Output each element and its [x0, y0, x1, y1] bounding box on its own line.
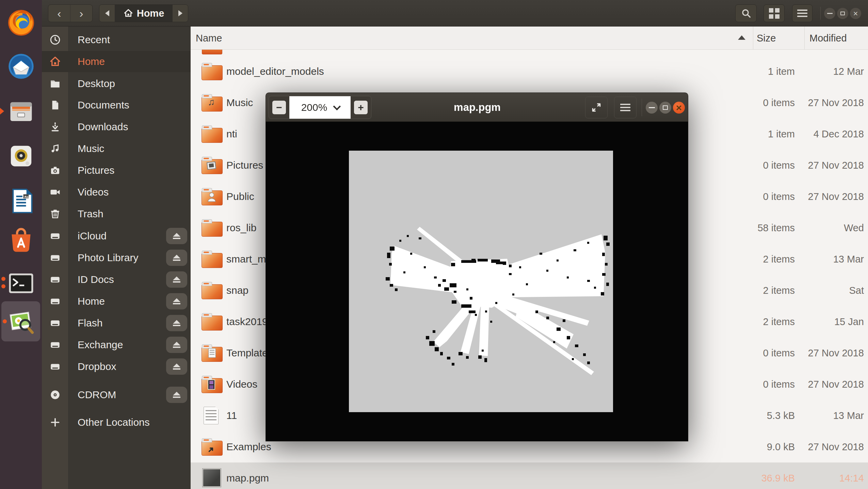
- menu-button[interactable]: [792, 4, 813, 22]
- file-modified: 27 Nov 2018: [808, 348, 864, 359]
- sidebar-item-documents[interactable]: Documents: [42, 95, 191, 116]
- file-name: Music: [226, 97, 253, 108]
- folder-icon: [202, 125, 223, 143]
- map-pgm-image: [349, 151, 613, 412]
- sidebar-item-trash[interactable]: Trash: [42, 203, 191, 224]
- eject-button[interactable]: [166, 315, 187, 331]
- drive-icon: [49, 274, 61, 285]
- file-size: 2 items: [763, 254, 795, 265]
- film-emblem-icon: [208, 380, 215, 390]
- breadcrumb-prev-button[interactable]: [99, 5, 115, 22]
- search-button[interactable]: [735, 4, 757, 22]
- dock-item-ubuntu-software[interactable]: [0, 220, 42, 260]
- drive-icon: [49, 361, 61, 372]
- viewer-menu-button[interactable]: [614, 97, 637, 118]
- headerbar-separator: [820, 7, 821, 20]
- sidebar-item-videos[interactable]: Videos: [42, 182, 191, 203]
- viewer-content: [266, 122, 688, 441]
- breadcrumb-home-button[interactable]: Home: [115, 5, 173, 22]
- sidebar-item-label: Videos: [78, 186, 109, 198]
- sidebar-item-icloud[interactable]: iCloud: [42, 225, 191, 247]
- eject-button[interactable]: [166, 250, 187, 266]
- folder-icon: [202, 63, 223, 80]
- viewer-titlebar[interactable]: − 200% + map.pgm ×: [266, 92, 688, 122]
- sidebar-item-recent[interactable]: Recent: [42, 29, 191, 50]
- file-name: snap: [226, 285, 248, 296]
- sidebar-item-label: Downloads: [78, 121, 128, 133]
- sidebar-item-photo-library[interactable]: Photo Library: [42, 247, 191, 268]
- drive-icon: [49, 252, 61, 264]
- dock-item-thunderbird[interactable]: [0, 46, 42, 86]
- minus-icon: −: [272, 101, 286, 114]
- eject-button[interactable]: [166, 271, 187, 288]
- list-header: Name Size Modified: [191, 27, 868, 50]
- sidebar-item-label: Dropbox: [78, 361, 116, 372]
- home-icon: [49, 56, 61, 67]
- file-name: ros_lib: [226, 222, 256, 234]
- sidebar-item-downloads[interactable]: Downloads: [42, 116, 191, 137]
- window-close-button[interactable]: ×: [850, 8, 861, 19]
- file-name: nti: [226, 128, 237, 140]
- zoom-in-button[interactable]: +: [351, 96, 371, 119]
- eject-button[interactable]: [166, 228, 187, 244]
- file-modified: 27 Nov 2018: [808, 441, 864, 453]
- download-icon: [49, 121, 61, 133]
- dock-item-firefox[interactable]: [0, 3, 42, 43]
- file-size: 0 items: [763, 160, 795, 171]
- file-size: 0 items: [763, 191, 795, 202]
- folder-icon: [202, 313, 223, 331]
- sidebar-item-desktop[interactable]: Desktop: [42, 73, 191, 94]
- sidebar-item-id-docs[interactable]: ID Docs: [42, 269, 191, 290]
- sidebar-item-music[interactable]: Music: [42, 138, 191, 159]
- folder-icon: [49, 78, 61, 89]
- zoom-out-button[interactable]: −: [269, 96, 289, 119]
- eject-button[interactable]: [166, 337, 187, 353]
- sidebar-item-other-locations[interactable]: Other Locations: [42, 412, 191, 433]
- eject-button[interactable]: [166, 293, 187, 309]
- column-header-modified[interactable]: Modified: [809, 32, 847, 44]
- file-size: 1 item: [768, 66, 795, 77]
- sidebar-item-dropbox[interactable]: Dropbox: [42, 356, 191, 377]
- music-icon: [49, 143, 61, 154]
- plus-icon: +: [354, 101, 368, 114]
- drive-icon: [49, 317, 61, 329]
- dock-item-rhythmbox[interactable]: [0, 136, 42, 176]
- window-maximize-button[interactable]: [837, 8, 848, 19]
- person-emblem-icon: [207, 192, 216, 203]
- forward-button[interactable]: ›: [70, 5, 92, 22]
- image-viewer-icon: [6, 307, 35, 336]
- file-name: Pictures: [226, 159, 263, 171]
- file-row-model-editor-models[interactable]: model_editor_models1 item12 Mar: [191, 56, 868, 87]
- sidebar-item-cdrom[interactable]: CDROM: [42, 384, 191, 405]
- viewer-close-button[interactable]: ×: [673, 102, 685, 114]
- eject-button[interactable]: [166, 387, 187, 403]
- breadcrumb-next-button[interactable]: [173, 5, 188, 22]
- firefox-icon: [7, 9, 35, 37]
- fullscreen-button[interactable]: [585, 97, 608, 118]
- sidebar-item-pictures[interactable]: Pictures: [42, 160, 191, 181]
- grid-view-button[interactable]: [763, 4, 785, 22]
- file-modified: 27 Nov 2018: [808, 160, 864, 171]
- sidebar-item-exchange[interactable]: Exchange: [42, 334, 191, 355]
- file-modified: 13 Mar: [833, 254, 864, 265]
- column-header-name[interactable]: Name: [196, 32, 222, 44]
- viewer-maximize-button[interactable]: [659, 102, 671, 114]
- sidebar-item-home-drive[interactable]: Home: [42, 291, 191, 312]
- file-row-map-pgm[interactable]: map.pgm36.9 kB14:14: [191, 462, 868, 489]
- column-header-size[interactable]: Size: [757, 32, 776, 44]
- sidebar-item-home[interactable]: Home: [42, 51, 191, 72]
- window-minimize-button[interactable]: [824, 8, 835, 19]
- dock-item-file-manager[interactable]: [0, 91, 42, 131]
- viewer-minimize-button[interactable]: [646, 102, 658, 114]
- zoom-level-dropdown[interactable]: 200%: [289, 96, 351, 119]
- back-button[interactable]: ‹: [48, 5, 70, 22]
- chevron-down-icon: [333, 103, 341, 111]
- eject-button[interactable]: [166, 358, 187, 375]
- running-indicator-arrow: [0, 108, 4, 115]
- dock-item-libreoffice[interactable]: [0, 181, 42, 221]
- sidebar-item-flash[interactable]: Flash: [42, 313, 191, 334]
- dock-item-image-viewer[interactable]: [1, 301, 40, 341]
- shortcut-arrow-emblem-icon: [207, 445, 216, 455]
- libreoffice-icon: [7, 187, 35, 215]
- dock-item-terminal[interactable]: [0, 263, 42, 303]
